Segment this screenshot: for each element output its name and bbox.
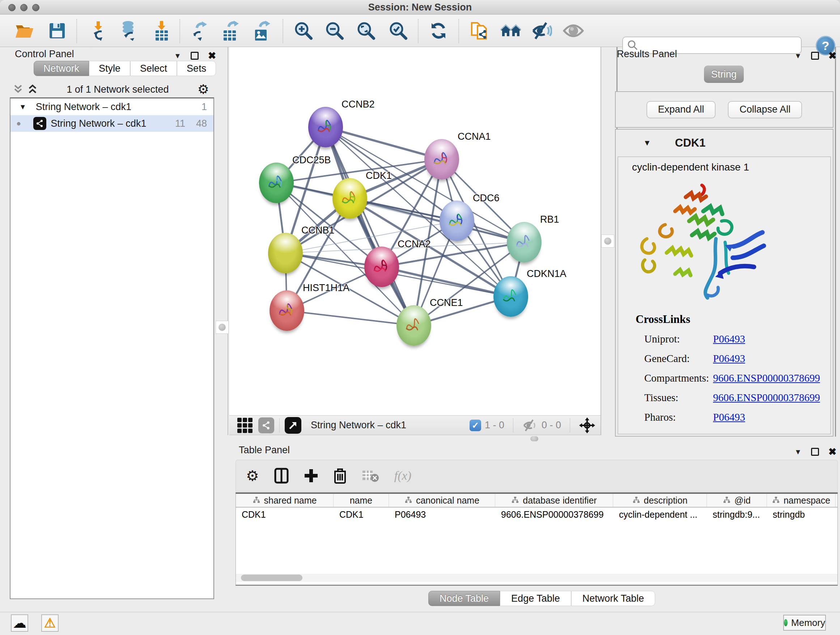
node-CDKN1A[interactable] <box>493 276 528 317</box>
gene-collapse-icon[interactable]: ▼ <box>643 138 651 148</box>
export-table-icon[interactable] <box>219 19 242 42</box>
string-style-icon[interactable] <box>258 417 274 433</box>
panel-menu-icon[interactable]: ▼ <box>174 52 181 60</box>
zoom-out-icon[interactable] <box>324 19 346 42</box>
crosslink-link[interactable]: 9606.ENSP00000378699 <box>713 372 820 384</box>
panel-float-icon[interactable] <box>191 52 199 60</box>
crosslink-link[interactable]: P06493 <box>713 411 745 423</box>
tab-select[interactable]: Select <box>130 61 177 76</box>
crosslink-link[interactable]: P06493 <box>713 333 745 345</box>
home-networks-icon[interactable] <box>500 19 522 42</box>
tab-node-table[interactable]: Node Table <box>428 591 500 606</box>
gene-header-row[interactable]: ▼ CDK1 <box>616 130 833 157</box>
fit-content-icon[interactable] <box>285 417 302 434</box>
table-horizontal-scrollbar[interactable] <box>236 574 837 582</box>
network-options-gear-icon[interactable]: ⚙ <box>197 82 209 97</box>
expand-all-button[interactable]: Expand All <box>646 101 716 119</box>
panel-close-icon[interactable]: ✖ <box>208 50 216 62</box>
node-CCNE1[interactable] <box>396 305 431 346</box>
collapse-all-button[interactable]: Collapse All <box>728 101 802 119</box>
export-network-icon[interactable] <box>188 19 210 42</box>
table-row[interactable]: CDK1CDK1P064939606.ENSP00000378699cyclin… <box>236 508 837 522</box>
open-file-icon[interactable] <box>13 19 36 42</box>
grid-view-icon[interactable] <box>237 418 253 433</box>
application-window: Session: New Session <box>0 0 840 635</box>
node-table: shared namenamecanonical namedatabase id… <box>235 492 838 586</box>
scrollbar-thumb[interactable] <box>241 575 302 581</box>
column-header-description[interactable]: description <box>613 494 707 507</box>
node-HIST1H1A[interactable] <box>270 290 304 331</box>
network-collection-row[interactable]: ▼ String Network – cdk1 1 <box>11 98 213 115</box>
tab-style[interactable]: Style <box>89 61 130 76</box>
tab-edge-table[interactable]: Edge Table <box>500 591 571 606</box>
left-splitter-handle[interactable] <box>216 321 229 334</box>
hide-selected-icon[interactable] <box>531 19 553 42</box>
selected-checkbox-icon[interactable]: ✓ <box>470 420 481 431</box>
network-row[interactable]: ● String Network – cdk1 11 48 <box>11 115 213 132</box>
crosslink-label: Compartments: <box>644 372 709 384</box>
node-label-CCNB2: CCNB2 <box>341 99 375 110</box>
right-splitter-handle[interactable] <box>601 234 614 248</box>
zoom-fit-icon[interactable] <box>355 19 377 42</box>
left-splitter[interactable] <box>227 47 228 435</box>
protein-thumbnail <box>430 148 453 171</box>
copy-network-icon[interactable] <box>469 19 491 42</box>
node-CDC25B[interactable] <box>259 163 294 203</box>
tab-network-table[interactable]: Network Table <box>571 591 655 606</box>
network-edge-count: 48 <box>196 118 207 129</box>
node-RB1[interactable] <box>507 222 542 263</box>
toolbar-separator <box>76 19 77 43</box>
refresh-icon[interactable] <box>427 19 450 42</box>
delete-column-icon[interactable] <box>333 468 347 484</box>
panel-float-icon[interactable] <box>811 52 819 60</box>
horizontal-splitter-handle[interactable] <box>531 436 538 441</box>
memory-button[interactable]: Memory <box>783 615 826 631</box>
hidden-count: 0 - 0 <box>542 420 561 431</box>
node-CDK1[interactable] <box>332 178 367 219</box>
table-settings-gear-icon[interactable]: ⚙ <box>246 467 259 484</box>
import-network-icon[interactable] <box>87 19 109 42</box>
import-table-icon[interactable] <box>150 19 173 42</box>
panel-float-icon[interactable] <box>811 448 819 456</box>
show-all-icon[interactable] <box>562 19 584 42</box>
column-header-namespace[interactable]: namespace <box>767 494 836 507</box>
collapse-all-icon[interactable] <box>13 84 24 95</box>
zoom-selected-icon[interactable] <box>387 19 409 42</box>
node-CCNB2[interactable] <box>308 107 343 147</box>
column-header-database-identifier[interactable]: database identifier <box>495 494 613 507</box>
tab-network[interactable]: Network <box>34 61 89 76</box>
panel-close-icon[interactable]: ✖ <box>829 50 837 62</box>
protein-thumbnail <box>513 231 536 254</box>
import-network-from-database-icon[interactable] <box>117 19 139 42</box>
results-panel-scrollbar[interactable] <box>835 47 836 437</box>
node-CCNA1[interactable] <box>424 139 459 180</box>
collection-expand-icon[interactable]: ▼ <box>19 103 27 111</box>
delete-table-icon[interactable] <box>362 469 379 483</box>
crosslink-link[interactable]: P06493 <box>713 353 745 364</box>
network-canvas[interactable]: CCNB2CCNA1CDC25BCDK1CDC6RB1CCNB1CCNA2CDK… <box>229 47 600 415</box>
birdseye-crosshair-icon[interactable] <box>579 417 595 434</box>
crosslink-link[interactable]: 9606.ENSP00000378699 <box>713 392 820 404</box>
results-tab-string[interactable]: String <box>704 65 744 83</box>
protein-thumbnail <box>314 116 337 139</box>
column-header-canonical-name[interactable]: canonical name <box>389 494 495 507</box>
expand-all-icon[interactable] <box>27 84 38 95</box>
panel-close-icon[interactable]: ✖ <box>829 446 837 458</box>
zoom-in-icon[interactable] <box>292 19 315 42</box>
node-CDC6[interactable] <box>439 201 474 241</box>
export-image-icon[interactable] <box>251 19 273 42</box>
column-header-@id[interactable]: @id <box>707 494 767 507</box>
add-column-icon[interactable] <box>304 469 318 483</box>
tab-sets[interactable]: Sets <box>177 61 216 76</box>
save-session-icon[interactable] <box>46 19 68 42</box>
column-header-shared-name[interactable]: shared name <box>236 494 333 507</box>
table-cell: CDK1 <box>333 508 389 522</box>
cloud-button[interactable]: ☁ <box>11 614 28 632</box>
node-CCNA2[interactable] <box>364 247 399 287</box>
panel-menu-icon[interactable]: ▼ <box>794 448 802 456</box>
warnings-button[interactable]: ⚠ <box>41 614 58 632</box>
show-columns-icon[interactable] <box>274 468 289 484</box>
column-header-name[interactable]: name <box>333 494 389 507</box>
node-CCNB1[interactable] <box>268 233 303 273</box>
panel-menu-icon[interactable]: ▼ <box>794 52 802 60</box>
